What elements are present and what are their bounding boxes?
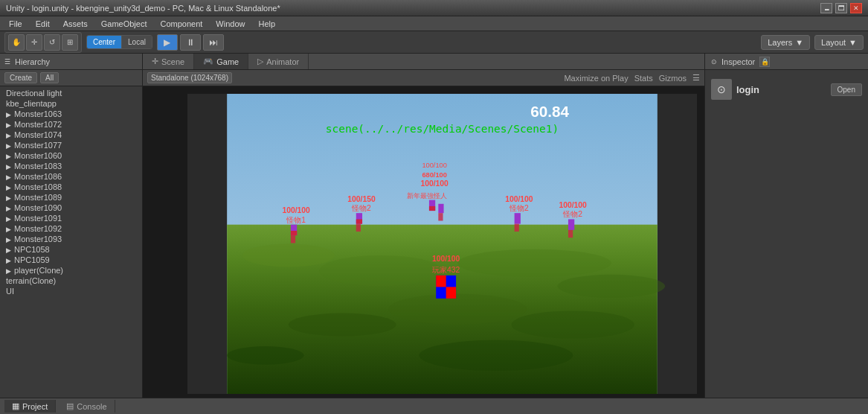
maximize-on-play[interactable]: Maximize on Play [564, 74, 628, 83]
local-pivot-button[interactable]: Local [122, 36, 152, 48]
hier-terrain-clone[interactable]: terrain(Clone) [0, 276, 142, 286]
inspector-item-icon: ⊙ [711, 79, 732, 100]
hier-player-clone[interactable]: ▶player(Clone) [0, 265, 142, 276]
menu-component[interactable]: Component [154, 18, 208, 30]
hier-npc1058[interactable]: ▶NPC1058 [0, 244, 142, 255]
svg-point-9 [227, 346, 303, 365]
svg-text:100/150: 100/150 [347, 195, 376, 203]
bottom-bar: ▦ Project ▤ Console [0, 398, 868, 414]
hierarchy-toolbar: Create All [0, 70, 142, 86]
all-button[interactable]: All [40, 72, 59, 83]
hier-monster1083[interactable]: ▶Monster1083 [0, 161, 142, 171]
svg-point-10 [419, 340, 573, 371]
svg-rect-30 [515, 213, 521, 223]
hand-tool-button[interactable]: ✋ [8, 34, 25, 51]
menu-assets[interactable]: Assets [57, 18, 94, 30]
svg-point-2 [242, 244, 335, 267]
window-title: Unity - login.unity - kbengine_unity3d_d… [6, 4, 280, 13]
svg-point-3 [319, 255, 442, 286]
svg-text:680/100: 680/100 [422, 171, 447, 179]
layout-dropdown[interactable]: Layout ▼ [814, 35, 864, 50]
hier-monster1092[interactable]: ▶Monster1092 [0, 223, 142, 234]
gizmos-button[interactable]: Gizmos [659, 74, 687, 83]
svg-rect-37 [436, 276, 446, 287]
menu-help[interactable]: Help [252, 18, 281, 30]
maximize-button[interactable]: 🗖 [835, 3, 847, 13]
tab-scene[interactable]: ✛ Scene [143, 54, 194, 69]
move-tool-button[interactable]: ✛ [26, 34, 42, 51]
menu-window[interactable]: Window [210, 18, 251, 30]
tab-game[interactable]: 🎮 Game [194, 54, 248, 69]
layers-dropdown[interactable]: Layers ▼ [761, 35, 810, 50]
open-button[interactable]: Open [831, 83, 862, 96]
svg-rect-26 [429, 206, 435, 211]
svg-rect-33 [568, 219, 574, 229]
hier-monster1074[interactable]: ▶Monster1074 [0, 130, 142, 140]
svg-text:怪物2: 怪物2 [509, 204, 529, 212]
game-bar-right: Maximize on Play Stats Gizmos ☰ [564, 73, 700, 83]
play-button[interactable]: ▶ [157, 34, 178, 51]
hier-monster1093[interactable]: ▶Monster1093 [0, 234, 142, 244]
hier-directional-light[interactable]: Directional light [0, 88, 142, 98]
hier-monster1088[interactable]: ▶Monster1088 [0, 182, 142, 192]
svg-point-4 [457, 249, 611, 277]
svg-point-6 [388, 294, 527, 325]
hier-npc1059[interactable]: ▶NPC1059 [0, 255, 142, 265]
svg-text:100/100: 100/100 [422, 162, 447, 169]
svg-rect-20 [356, 219, 362, 223]
svg-text:100/100: 100/100 [282, 206, 310, 214]
game-scene-svg: scene(../../res/Media/Scenes/Scene1) 60.… [187, 94, 697, 394]
svg-text:怪物1: 怪物1 [286, 216, 306, 224]
rotate-tool-button[interactable]: ↺ [44, 34, 60, 51]
svg-text:新年最強怪人: 新年最強怪人 [407, 192, 447, 200]
svg-point-8 [512, 310, 634, 338]
hier-monster1089[interactable]: ▶Monster1089 [0, 192, 142, 203]
hier-ui[interactable]: UI [0, 286, 142, 296]
create-button[interactable]: Create [4, 72, 37, 83]
hier-kbe-clientapp[interactable]: kbe_clientapp [0, 98, 142, 109]
hier-monster1063[interactable]: ▶Monster1063 [0, 109, 142, 119]
svg-rect-41 [515, 224, 519, 232]
svg-text:怪物2: 怪物2 [562, 210, 582, 218]
svg-point-7 [289, 313, 396, 337]
minimize-button[interactable]: 🗕 [820, 3, 832, 13]
scale-tool-button[interactable]: ⊞ [62, 34, 78, 51]
center-pivot-button[interactable]: Center [87, 36, 122, 48]
inspector-item-name: login [736, 84, 759, 95]
hier-monster1091[interactable]: ▶Monster1091 [0, 213, 142, 223]
pause-button[interactable]: ⏸ [180, 34, 201, 51]
menu-bar: File Edit Assets GameObject Component Wi… [0, 16, 868, 31]
svg-text:scene(../../res/Media/Scenes/S: scene(../../res/Media/Scenes/Scene1) [326, 123, 559, 135]
title-bar: Unity - login.unity - kbengine_unity3d_d… [0, 0, 868, 16]
menu-file[interactable]: File [3, 18, 28, 30]
view-tabs: ✛ Scene 🎮 Game ▷ Animator [143, 54, 704, 70]
hierarchy-panel: ☰ Hierarchy Create All Directional light… [0, 54, 143, 398]
stats-button[interactable]: Stats [634, 74, 653, 83]
tab-project[interactable]: ▦ Project [4, 400, 56, 413]
svg-point-5 [558, 275, 666, 298]
game-viewport[interactable]: scene(../../res/Media/Scenes/Scene1) 60.… [143, 86, 704, 398]
svg-rect-38 [446, 287, 456, 299]
hier-monster1077[interactable]: ▶Monster1077 [0, 140, 142, 150]
close-button[interactable]: ✕ [850, 3, 862, 13]
hierarchy-header: ☰ Hierarchy [0, 54, 142, 70]
resolution-select[interactable]: Standalone (1024x768) [147, 72, 232, 83]
inspector-item-row: ⊙ login Open [711, 76, 862, 103]
center-panel: ✛ Scene 🎮 Game ▷ Animator Standalone (10… [143, 54, 704, 398]
play-controls: ▶ ⏸ ⏭ [157, 34, 224, 51]
menu-gameobject[interactable]: GameObject [95, 18, 153, 30]
svg-text:100/100: 100/100 [559, 201, 587, 209]
hier-monster1072[interactable]: ▶Monster1072 [0, 119, 142, 130]
hier-monster1060[interactable]: ▶Monster1060 [0, 150, 142, 161]
tab-animator[interactable]: ▷ Animator [248, 54, 309, 69]
inspector-lock-button[interactable]: 🔒 [759, 57, 770, 67]
hier-monster1086[interactable]: ▶Monster1086 [0, 171, 142, 182]
hierarchy-list: Directional light kbe_clientapp ▶Monster… [0, 86, 142, 398]
tool-group: ✋ ✛ ↺ ⊞ [4, 32, 82, 53]
step-button[interactable]: ⏭ [203, 34, 224, 51]
svg-text:60.84: 60.84 [530, 103, 569, 120]
hier-monster1090[interactable]: ▶Monster1090 [0, 203, 142, 213]
menu-edit[interactable]: Edit [30, 18, 56, 30]
svg-rect-42 [568, 230, 573, 238]
tab-console[interactable]: ▤ Console [59, 400, 115, 413]
